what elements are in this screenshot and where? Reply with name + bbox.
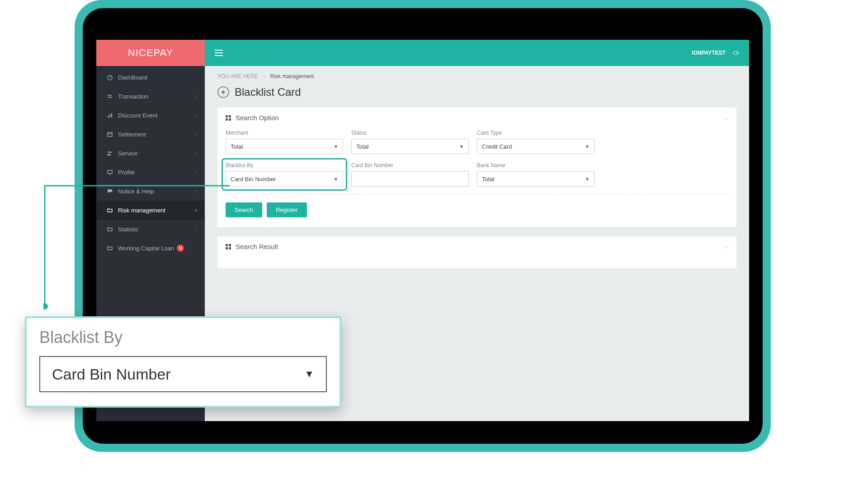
panel-search-result: Search Result ⌵ xyxy=(217,236,736,268)
folder-icon xyxy=(106,206,113,214)
svg-rect-19 xyxy=(229,244,231,246)
field-label: Card Type xyxy=(477,130,594,136)
callout-select[interactable]: Card Bin Number ▼ xyxy=(39,356,327,392)
topbar-right: IONPAYTEST xyxy=(692,49,739,56)
merchant-select[interactable]: Total ▼ xyxy=(226,139,343,154)
bank-name-select[interactable]: Total ▼ xyxy=(477,171,594,187)
caret-down-icon: ▼ xyxy=(304,368,314,380)
caret-down-icon: ▼ xyxy=(585,144,590,149)
field-label: Bank Name xyxy=(477,162,594,169)
folder-icon xyxy=(106,244,113,252)
sidebar-item-statistic[interactable]: Statistic ‹ xyxy=(96,220,205,239)
sidebar-item-label: Discount Event xyxy=(118,112,157,119)
sidebar-item-dashboard[interactable]: DashBoard xyxy=(96,68,205,87)
field-status: Status Total ▼ xyxy=(351,130,469,154)
panel-search-option: Search Option ⌵ Merchant Total ▼ xyxy=(217,108,736,227)
panel-body xyxy=(217,257,736,268)
sidebar-item-label: Profile xyxy=(118,169,135,176)
svg-rect-21 xyxy=(229,247,231,249)
chevron-left-icon: ‹ xyxy=(195,170,197,175)
sidebar-item-loan[interactable]: Working Capital Loan N xyxy=(96,239,205,258)
svg-rect-18 xyxy=(226,244,228,246)
callout-value: Card Bin Number xyxy=(52,366,171,383)
collapse-icon[interactable]: ⌵ xyxy=(725,115,728,121)
field-label: Blacklist By xyxy=(226,162,343,169)
field-merchant: Merchant Total ▼ xyxy=(226,130,343,154)
caret-down-icon: ▼ xyxy=(334,144,338,149)
button-row: Search Register xyxy=(226,202,728,217)
dashboard-icon xyxy=(106,74,113,81)
svg-point-8 xyxy=(110,151,112,153)
svg-line-1 xyxy=(110,76,111,78)
panel-title: Search Option xyxy=(236,114,279,122)
grid-icon xyxy=(226,115,231,121)
sidebar-item-notice[interactable]: Notice & Help ‹ xyxy=(96,182,205,201)
page-title-row: Blacklist Card xyxy=(217,86,736,99)
svg-rect-20 xyxy=(226,247,228,249)
breadcrumb: YOU ARE HERE › Risk management xyxy=(217,73,736,80)
search-button[interactable]: Search xyxy=(226,202,262,217)
breadcrumb-separator: › xyxy=(263,73,265,80)
chevron-left-icon: ‹ xyxy=(195,113,197,118)
sidebar-item-profile[interactable]: Profile ‹ xyxy=(96,163,205,182)
callout-zoom: Blacklist By Card Bin Number ▼ xyxy=(25,316,341,408)
page-title: Blacklist Card xyxy=(235,86,301,99)
svg-rect-17 xyxy=(229,118,231,121)
hamburger-icon[interactable] xyxy=(215,50,223,56)
register-button[interactable]: Register xyxy=(267,202,307,217)
user-label: IONPAYTEST xyxy=(692,50,726,56)
chevron-left-icon: ‹ xyxy=(195,132,197,137)
sidebar-item-discount[interactable]: Discount Event ‹ xyxy=(96,106,205,125)
sidebar-item-label: Working Capital Loan xyxy=(118,245,174,252)
sidebar-item-risk[interactable]: Risk management ‹ xyxy=(96,201,205,220)
gear-icon[interactable] xyxy=(732,49,739,56)
field-card-bin: Card Bin Number xyxy=(351,162,469,187)
field-bank-name: Bank Name Total ▼ xyxy=(477,162,594,187)
sidebar-item-service[interactable]: Service ‹ xyxy=(96,144,205,163)
svg-rect-12 xyxy=(215,52,223,53)
sidebar-item-settlement[interactable]: Settlement ‹ xyxy=(96,125,205,144)
brand-logo: NICEPAY xyxy=(96,40,205,66)
status-select[interactable]: Total ▼ xyxy=(351,139,469,154)
panel-title: Search Result xyxy=(236,243,278,250)
svg-point-22 xyxy=(43,303,48,310)
transaction-icon xyxy=(106,93,113,100)
sidebar-item-label: Settlement xyxy=(118,131,146,138)
breadcrumb-prefix: YOU ARE HERE xyxy=(217,73,258,80)
sidebar-item-label: Notice & Help xyxy=(118,188,154,195)
sidebar-item-transaction[interactable]: Transaction ‹ xyxy=(96,87,205,106)
field-blacklist-by: Blacklist By Card Bin Number ▼ xyxy=(224,160,345,188)
collapse-icon[interactable]: ⌵ xyxy=(725,244,728,250)
caret-down-icon: ▼ xyxy=(585,177,590,182)
svg-rect-3 xyxy=(109,114,110,117)
chat-icon xyxy=(106,188,113,195)
chevron-left-icon: ‹ xyxy=(195,94,197,99)
chart-icon xyxy=(106,112,113,119)
svg-rect-15 xyxy=(229,115,231,117)
select-value: Total xyxy=(231,143,243,150)
card-bin-input[interactable] xyxy=(351,171,469,187)
chevron-left-icon: ‹ xyxy=(195,208,197,213)
users-icon xyxy=(106,150,113,157)
field-label: Card Bin Number xyxy=(351,162,469,169)
blacklist-by-select[interactable]: Card Bin Number ▼ xyxy=(226,171,343,187)
back-button[interactable] xyxy=(217,86,229,98)
sidebar-item-label: DashBoard xyxy=(118,74,147,81)
card-type-select[interactable]: Credit Card ▼ xyxy=(477,139,594,154)
svg-rect-9 xyxy=(108,170,112,174)
select-value: Card Bin Number xyxy=(231,176,276,183)
chevron-left-icon: ‹ xyxy=(195,151,197,156)
svg-rect-5 xyxy=(108,132,112,136)
search-form: Merchant Total ▼ Status Total xyxy=(226,130,728,194)
svg-rect-16 xyxy=(226,118,228,121)
topbar: IONPAYTEST xyxy=(205,40,749,66)
svg-rect-13 xyxy=(215,55,223,56)
chevron-left-icon: ‹ xyxy=(195,227,197,232)
calendar-icon xyxy=(106,131,113,138)
caret-down-icon: ▼ xyxy=(334,177,338,182)
select-value: Total xyxy=(356,143,368,150)
svg-rect-2 xyxy=(108,116,108,117)
sidebar-item-label: Transaction xyxy=(118,93,148,100)
caret-down-icon: ▼ xyxy=(459,144,464,149)
svg-rect-4 xyxy=(111,113,112,117)
